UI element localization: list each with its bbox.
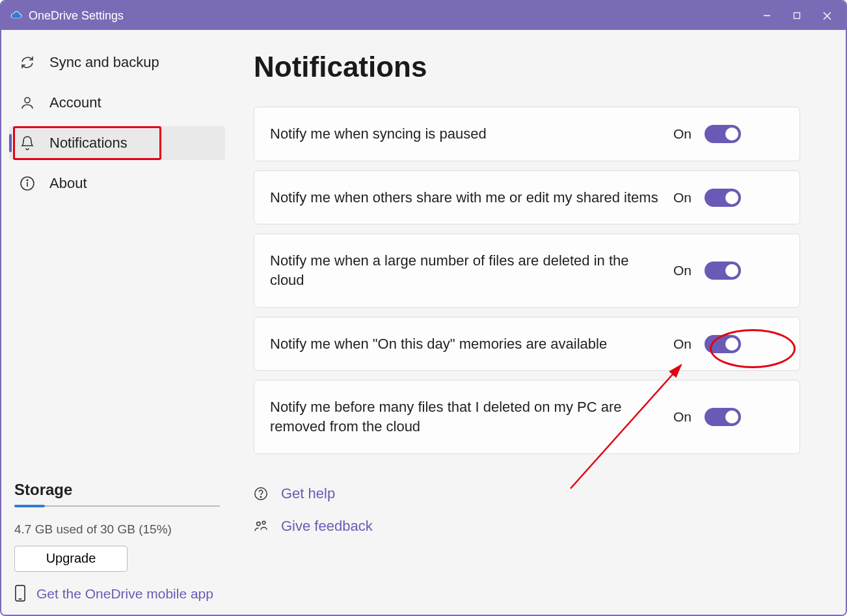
sidebar-item-account[interactable]: Account [9, 86, 225, 120]
setting-label: Notify me when others share with me or e… [270, 188, 660, 208]
svg-point-4 [25, 98, 30, 103]
sidebar-item-sync[interactable]: Sync and backup [9, 46, 225, 79]
toggle-state-text: On [673, 126, 692, 142]
svg-point-14 [262, 521, 265, 524]
phone-icon [14, 585, 26, 602]
titlebar: OneDrive Settings [1, 1, 846, 30]
toggle-state-text: On [673, 190, 692, 206]
bell-icon [20, 135, 35, 151]
toggle-on-this-day[interactable] [705, 335, 741, 353]
sidebar: Sync and backup Account Notifications [1, 30, 235, 615]
storage-progress-fill [14, 505, 45, 507]
upgrade-button[interactable]: Upgrade [14, 546, 128, 572]
setting-files-removed-cloud: Notify me before many files that I delet… [254, 380, 800, 453]
setting-label: Notify me before many files that I delet… [270, 397, 660, 436]
footer-link-label: Get help [281, 485, 335, 502]
svg-rect-1 [794, 13, 800, 19]
page-title: Notifications [254, 51, 800, 83]
sidebar-item-label: Notifications [49, 135, 128, 152]
toggle-sync-paused[interactable] [705, 125, 741, 143]
svg-point-13 [257, 522, 261, 526]
toggle-state-text: On [673, 336, 692, 352]
setting-label: Notify me when syncing is paused [270, 124, 660, 144]
toggle-files-deleted-cloud[interactable] [705, 261, 741, 280]
setting-label: Notify me when "On this day" memories ar… [270, 334, 660, 354]
get-help-link[interactable]: Get help [254, 485, 800, 502]
minimize-button[interactable] [752, 5, 782, 26]
storage-progress-bar [14, 505, 220, 507]
get-mobile-app-link[interactable]: Get the OneDrive mobile app [36, 585, 213, 603]
info-icon [20, 176, 35, 191]
storage-usage-text: 4.7 GB used of 30 GB (15%) [14, 522, 220, 537]
toggle-state-text: On [673, 263, 692, 278]
maximize-button[interactable] [782, 5, 812, 26]
feedback-icon [254, 519, 268, 533]
toggle-files-removed-cloud[interactable] [705, 408, 741, 426]
help-icon [254, 487, 268, 501]
svg-point-7 [27, 180, 28, 181]
setting-sync-paused: Notify me when syncing is paused On [254, 107, 800, 161]
window-title: OneDrive Settings [29, 9, 124, 23]
setting-files-deleted-cloud: Notify me when a large number of files a… [254, 234, 800, 307]
setting-label: Notify me when a large number of files a… [270, 251, 660, 289]
sidebar-item-label: Sync and backup [49, 54, 159, 71]
main-panel: Notifications Notify me when syncing is … [235, 30, 846, 615]
app-window: OneDrive Settings Sync and backup [0, 0, 847, 616]
account-icon [20, 95, 35, 111]
setting-shared-items: Notify me when others share with me or e… [254, 170, 800, 225]
onedrive-icon [10, 9, 23, 22]
svg-point-12 [260, 496, 261, 497]
close-button[interactable] [812, 5, 842, 26]
setting-on-this-day: Notify me when "On this day" memories ar… [254, 317, 800, 371]
storage-heading: Storage [14, 481, 220, 499]
toggle-state-text: On [673, 409, 692, 425]
sidebar-item-notifications[interactable]: Notifications [9, 126, 225, 160]
footer-link-label: Give feedback [281, 518, 373, 535]
sync-icon [20, 55, 35, 70]
give-feedback-link[interactable]: Give feedback [254, 518, 800, 535]
sidebar-item-about[interactable]: About [9, 167, 225, 200]
sidebar-item-label: About [49, 175, 87, 192]
footer-links: Get help Give feedback [254, 485, 800, 535]
toggle-shared-items[interactable] [705, 189, 741, 207]
sidebar-item-label: Account [49, 94, 101, 111]
content-area: Sync and backup Account Notifications [1, 30, 846, 615]
